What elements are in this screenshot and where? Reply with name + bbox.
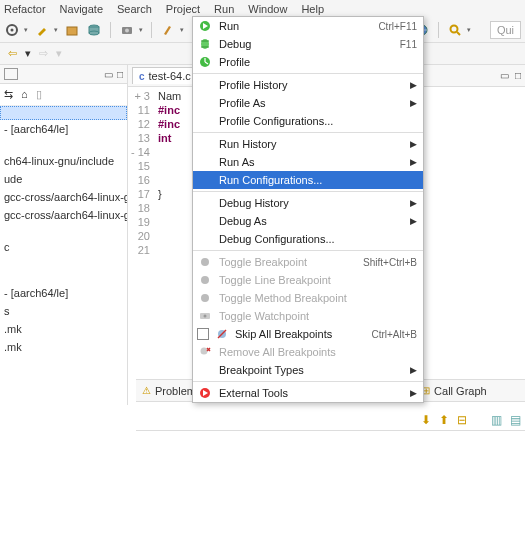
editor-tab-label: test-64.c [149, 70, 191, 82]
svg-point-29 [204, 315, 207, 318]
line-number[interactable]: 18 [128, 201, 150, 215]
menu-item-profile-history[interactable]: Profile History▶ [193, 76, 423, 94]
tree-item[interactable]: .mk [0, 320, 127, 338]
minimize-icon[interactable]: ▭ [104, 69, 113, 80]
menu-search[interactable]: Search [117, 3, 152, 15]
menu-navigate[interactable]: Navigate [60, 3, 103, 15]
chevron-down-icon[interactable]: ▾ [54, 26, 58, 34]
open-console-icon[interactable]: ▤ [510, 413, 521, 427]
tree-item[interactable]: gcc-cross/aarch64-linux-gnu [0, 188, 127, 206]
tree-item[interactable] [0, 138, 127, 152]
menu-item-breakpoint-types[interactable]: Breakpoint Types▶ [193, 361, 423, 379]
gear-icon[interactable] [4, 22, 20, 38]
menu-item-run-configurations[interactable]: Run Configurations... [193, 171, 423, 189]
chevron-down-icon[interactable]: ▾ [24, 26, 28, 34]
line-number[interactable]: 16 [128, 173, 150, 187]
import-icon[interactable]: ⬆ [439, 413, 449, 427]
menu-item-debug-history[interactable]: Debug History▶ [193, 194, 423, 212]
tree-item[interactable]: gcc-cross/aarch64-linux-gnu [0, 206, 127, 224]
forward-icon: ⇨ [39, 47, 48, 60]
debug-icon [198, 37, 212, 51]
editor-tab[interactable]: c test-64.c [132, 67, 198, 84]
line-number[interactable]: 11 [128, 103, 150, 117]
svg-point-1 [11, 29, 14, 32]
menu-item-label: Toggle Breakpoint [219, 256, 307, 268]
tree-item[interactable]: - [aarch64/le] [0, 120, 127, 138]
menu-item-run[interactable]: RunCtrl+F11 [193, 17, 423, 35]
maximize-icon[interactable]: □ [117, 69, 123, 80]
line-number[interactable]: 12 [128, 117, 150, 131]
tree-item[interactable] [0, 256, 127, 270]
tree-item[interactable]: .mk [0, 338, 127, 356]
menu-run[interactable]: Run [214, 3, 234, 15]
chevron-down-icon[interactable]: ▾ [139, 26, 143, 34]
tree-item[interactable] [0, 224, 127, 238]
tree-item[interactable]: - [aarch64/le] [0, 284, 127, 302]
menu-item-profile-as[interactable]: Profile As▶ [193, 94, 423, 112]
line-number[interactable]: 21 [128, 243, 150, 257]
project-explorer[interactable]: ▭□ ⇆ ⌂ ▯ - [aarch64/le] ch64-linux-gnu/i… [0, 65, 128, 405]
warn-icon: ⚠ [142, 385, 151, 396]
menu-item-toggle-watchpoint: Toggle Watchpoint [193, 307, 423, 325]
menu-item-label: Remove All Breakpoints [219, 346, 336, 358]
menu-item-profile[interactable]: Profile [193, 53, 423, 71]
run-menu-dropdown: RunCtrl+F11DebugF11ProfileProfile Histor… [192, 16, 424, 403]
minimize-icon[interactable]: ▭ [500, 70, 509, 81]
camera-icon[interactable] [119, 22, 135, 38]
back-icon[interactable]: ⇦ [8, 47, 17, 60]
menu-item-run-as[interactable]: Run As▶ [193, 153, 423, 171]
display-icon[interactable]: ▥ [491, 413, 502, 427]
tree-item[interactable]: s [0, 302, 127, 320]
chevron-down-icon: ▾ [56, 47, 62, 60]
package-icon[interactable] [64, 22, 80, 38]
menu-item-debug-configurations[interactable]: Debug Configurations... [193, 230, 423, 248]
bpt-icon [198, 291, 212, 305]
line-number[interactable]: 13 [128, 131, 150, 145]
tree-item[interactable]: ude [0, 170, 127, 188]
collapse-all-icon[interactable]: ⇆ [4, 88, 13, 101]
filter-icon[interactable]: ▯ [36, 88, 42, 101]
tree-item[interactable]: c [0, 238, 127, 256]
menu-item-skip-all-breakpoints[interactable]: Skip All BreakpointsCtrl+Alt+B [193, 325, 423, 343]
tree-item[interactable]: ch64-linux-gnu/include [0, 152, 127, 170]
build-icon[interactable] [160, 22, 176, 38]
svg-point-5 [89, 31, 99, 35]
menu-item-debug-as[interactable]: Debug As▶ [193, 212, 423, 230]
tree-item[interactable] [0, 106, 127, 120]
line-number[interactable]: 15 [128, 159, 150, 173]
submenu-arrow-icon: ▶ [410, 388, 417, 398]
search-icon[interactable] [447, 22, 463, 38]
line-number[interactable]: 17 [128, 187, 150, 201]
menu-item-external-tools[interactable]: External Tools▶ [193, 384, 423, 402]
line-number[interactable]: 20 [128, 229, 150, 243]
menu-window[interactable]: Window [248, 3, 287, 15]
view-tab-call-graph[interactable]: ⊞Call Graph [422, 385, 487, 397]
view-tab-icon[interactable] [4, 68, 18, 80]
database-icon[interactable] [86, 22, 102, 38]
menu-item-label: Debug Configurations... [219, 233, 335, 245]
maximize-icon[interactable]: □ [515, 70, 521, 81]
menu-item-profile-configurations[interactable]: Profile Configurations... [193, 112, 423, 130]
menu-item-run-history[interactable]: Run History▶ [193, 135, 423, 153]
menu-help[interactable]: Help [301, 3, 324, 15]
line-number[interactable]: + 3 [128, 89, 150, 103]
export-icon[interactable]: ⬇ [421, 413, 431, 427]
menu-item-debug[interactable]: DebugF11 [193, 35, 423, 53]
checkbox-icon[interactable] [197, 328, 209, 340]
home-icon[interactable]: ⌂ [21, 88, 28, 101]
quick-access-input[interactable]: Qui [490, 21, 521, 39]
menu-refactor[interactable]: Refactor [4, 3, 46, 15]
menu-item-label: Profile History [219, 79, 287, 91]
line-number[interactable]: 19 [128, 215, 150, 229]
menu-item-toggle-breakpoint: Toggle BreakpointShift+Ctrl+B [193, 253, 423, 271]
menu-item-label: Profile [219, 56, 250, 68]
menu-item-label: Debug As [219, 215, 267, 227]
chevron-down-icon[interactable]: ▾ [180, 26, 184, 34]
menu-project[interactable]: Project [166, 3, 200, 15]
line-number[interactable]: - 14 [128, 145, 150, 159]
chevron-down-icon[interactable]: ▾ [467, 26, 471, 34]
chevron-down-icon[interactable]: ▾ [25, 47, 31, 60]
pin-icon[interactable]: ⊟ [457, 413, 467, 427]
wrench-icon[interactable] [34, 22, 50, 38]
tree-item[interactable] [0, 270, 127, 284]
